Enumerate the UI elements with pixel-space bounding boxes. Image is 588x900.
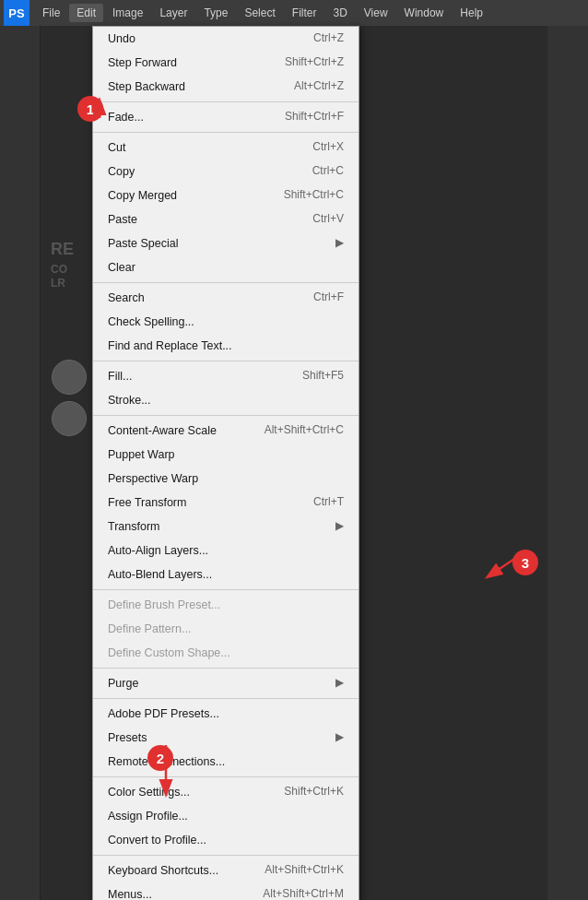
menu-window[interactable]: Window [397, 4, 452, 22]
menu-transform[interactable]: Transform ▶ [93, 515, 359, 539]
sep-7 [93, 668, 359, 669]
menubar: PS File Edit Image Layer Type Select Fil… [0, 0, 588, 26]
ps-logo: PS [4, 0, 29, 26]
sep-6 [93, 589, 359, 590]
menu-adobe-pdf-presets[interactable]: Adobe PDF Presets... [93, 702, 359, 726]
menu-help[interactable]: Help [453, 4, 490, 22]
bg-text-lr: LR [51, 277, 65, 290]
menu-copy-merged[interactable]: Copy Merged Shift+Ctrl+C [93, 184, 359, 207]
menu-free-transform[interactable]: Free Transform Ctrl+T [93, 491, 359, 515]
menu-fade[interactable]: Fade... Shift+Ctrl+F [93, 105, 359, 129]
menu-define-pattern: Define Pattern... [93, 617, 359, 641]
menu-presets[interactable]: Presets ▶ [93, 726, 359, 750]
edit-dropdown: Undo Ctrl+Z Step Forward Shift+Ctrl+Z St… [92, 26, 359, 900]
menu-check-spelling[interactable]: Check Spelling... [93, 310, 359, 334]
menu-select[interactable]: Select [237, 4, 282, 22]
menu-edit[interactable]: Edit [69, 4, 103, 22]
badge-1: 1 [77, 96, 103, 122]
menu-purge[interactable]: Purge ▶ [93, 671, 359, 695]
sep-3 [93, 282, 359, 283]
menu-step-forward[interactable]: Step Forward Shift+Ctrl+Z [93, 51, 359, 75]
bg-text-re: RE [51, 240, 74, 259]
menu-find-replace[interactable]: Find and Replace Text... [93, 334, 359, 358]
menu-layer[interactable]: Layer [152, 4, 194, 22]
menu-3d[interactable]: 3D [325, 4, 354, 22]
menu-assign-profile[interactable]: Assign Profile... [93, 804, 359, 828]
menu-color-settings[interactable]: Color Settings... Shift+Ctrl+K [93, 780, 359, 804]
menu-stroke[interactable]: Stroke... [93, 388, 359, 412]
menu-remote-connections[interactable]: Remote Connections... [93, 750, 359, 774]
sep-9 [93, 776, 359, 777]
sep-5 [93, 415, 359, 416]
menu-content-aware-scale[interactable]: Content-Aware Scale Alt+Shift+Ctrl+C [93, 419, 359, 443]
menu-type[interactable]: Type [196, 4, 235, 22]
sep-10 [93, 855, 359, 856]
menu-paste-special[interactable]: Paste Special ▶ [93, 231, 359, 255]
sep-2 [93, 132, 359, 133]
menu-auto-blend-layers[interactable]: Auto-Blend Layers... [93, 562, 359, 586]
menu-menus[interactable]: Menus... Alt+Shift+Ctrl+M [93, 882, 359, 900]
menu-define-custom-shape: Define Custom Shape... [93, 641, 359, 665]
menu-filter[interactable]: Filter [285, 4, 324, 22]
menu-clear[interactable]: Clear [93, 255, 359, 279]
menu-define-brush: Define Brush Preset... [93, 593, 359, 617]
sep-8 [93, 698, 359, 699]
menu-step-backward[interactable]: Step Backward Alt+Ctrl+Z [93, 75, 359, 99]
menu-auto-align-layers[interactable]: Auto-Align Layers... [93, 539, 359, 562]
badge-2: 2 [147, 745, 173, 771]
menu-view[interactable]: View [357, 4, 395, 22]
menu-search[interactable]: Search Ctrl+F [93, 286, 359, 310]
bg-text-co: CO [51, 263, 67, 276]
menu-puppet-warp[interactable]: Puppet Warp [93, 443, 359, 467]
menu-cut[interactable]: Cut Ctrl+X [93, 136, 359, 160]
left-panel [0, 26, 41, 900]
menu-copy[interactable]: Copy Ctrl+C [93, 160, 359, 184]
menu-undo[interactable]: Undo Ctrl+Z [93, 27, 359, 51]
sep-1 [93, 101, 359, 102]
menu-keyboard-shortcuts[interactable]: Keyboard Shortcuts... Alt+Shift+Ctrl+K [93, 859, 359, 882]
menu-perspective-warp[interactable]: Perspective Warp [93, 467, 359, 491]
menu-image[interactable]: Image [105, 4, 150, 22]
right-panel [547, 26, 588, 900]
menu-file[interactable]: File [35, 4, 67, 22]
sep-4 [93, 361, 359, 361]
badge-3: 3 [512, 550, 538, 575]
menu-fill[interactable]: Fill... Shift+F5 [93, 364, 359, 388]
circle-button-2[interactable] [52, 401, 87, 436]
menu-convert-to-profile[interactable]: Convert to Profile... [93, 828, 359, 852]
menu-paste[interactable]: Paste Ctrl+V [93, 207, 359, 231]
circle-button-1[interactable] [52, 360, 87, 395]
